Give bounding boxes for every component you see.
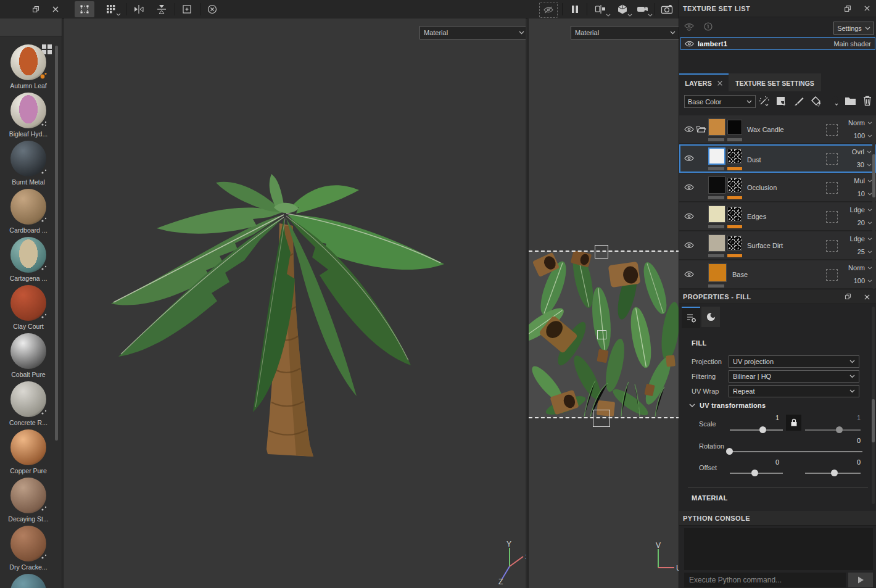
layer-visibility-toggle[interactable] [684,125,694,133]
layer-opacity-select[interactable]: 100 [854,132,872,139]
layer-opacity-select[interactable]: 10 [857,190,872,197]
view-3d-button[interactable] [613,1,632,17]
layer-content-thumbnail[interactable] [708,205,725,223]
add-paint-layer-button[interactable] [793,95,805,107]
shelf-item-material[interactable]: Burnt Metal [0,141,57,186]
layer-mask-thumbnail[interactable] [727,207,742,222]
blend-mode-select[interactable]: Ldge [850,206,872,213]
material-thumbnail[interactable] [10,93,46,128]
mirror-vertical-button[interactable] [152,1,171,17]
properties-scrollbar[interactable] [872,307,875,504]
layer-anchor-slot[interactable] [826,182,838,194]
texture-set-list-float-button[interactable] [843,4,852,13]
blend-mode-select[interactable]: Mul [854,177,872,184]
layer-content-thumbnail[interactable] [708,176,725,194]
offset-y-value[interactable]: 0 [847,458,861,466]
mirror-horizontal-button[interactable] [129,1,149,17]
shelf-item-material[interactable] [0,574,57,588]
shelf-float-button[interactable] [28,1,43,17]
add-fill-layer-button[interactable] [775,96,788,107]
shelf-item-material[interactable]: Autumn Leaf [0,44,57,89]
properties-float-button[interactable] [844,292,852,300]
blend-mode-select[interactable]: Norm [848,264,872,271]
layer-visibility-toggle[interactable] [684,183,694,191]
shelf-item-material[interactable]: Decaying St... [0,478,57,523]
properties-tab-mask[interactable] [701,307,720,327]
tab-layers[interactable]: LAYERS [679,73,729,91]
layer-content-thumbnail[interactable] [708,147,725,165]
layers-scrollbar[interactable] [872,117,875,289]
material-thumbnail[interactable] [10,381,46,417]
layer-anchor-slot[interactable] [826,269,838,281]
scale-y-slider[interactable] [805,429,861,431]
scale-x-value[interactable]: 1 [766,414,779,421]
layer-content-thumbnail[interactable] [708,263,727,282]
folder-open-icon[interactable] [696,125,706,133]
shelf-close-button[interactable] [48,1,63,17]
python-command-input[interactable] [684,573,846,587]
shelf-item-material[interactable]: Dry Cracke... [0,526,57,571]
shelf-item-material[interactable]: Bigleaf Hyd... [0,93,57,138]
material-thumbnail[interactable] [10,44,46,80]
tiling-tool-button[interactable] [101,1,122,17]
material-thumbnail[interactable] [10,526,46,561]
offset-y-slider[interactable] [805,473,861,474]
uv-manipulator-center-handle[interactable] [597,330,606,339]
layer-anchor-slot[interactable] [826,240,838,252]
scale-x-slider[interactable] [730,429,783,431]
rotation-value[interactable]: 0 [847,437,861,444]
shelf-item-material[interactable]: Concrete R... [0,381,57,426]
camera-view-button[interactable] [634,1,652,17]
offset-x-value[interactable]: 0 [766,458,779,466]
filtering-select[interactable]: Bilinear | HQ [729,370,859,383]
layer-content-thumbnail[interactable] [708,234,725,252]
add-group-button[interactable] [845,96,856,106]
material-mode-select-3d[interactable]: Material [419,26,526,39]
layer-visibility-toggle[interactable] [684,241,694,249]
layer-opacity-select[interactable]: 30 [857,161,872,168]
reset-history-button[interactable] [202,1,222,17]
material-thumbnail[interactable] [10,189,46,225]
layer-visibility-toggle[interactable] [684,154,694,162]
fill-tool-button[interactable] [810,96,822,107]
python-console-output[interactable] [684,528,873,570]
uv-transformations-toggle[interactable]: UV transformations [689,402,766,409]
layer-mask-thumbnail[interactable] [727,149,742,164]
blend-mode-select[interactable]: Norm [848,119,872,126]
delete-layer-button[interactable] [862,95,872,106]
scale-lock-button[interactable] [786,415,801,431]
material-mode-select-2d[interactable]: Material [571,26,680,39]
layer-row-dust[interactable]: Dust Ovrl 30 [679,144,876,173]
shelf-item-material[interactable]: Clay Court [0,285,57,330]
transform-tool-button[interactable] [75,1,94,17]
add-effect-button[interactable] [758,96,770,107]
viewport-2d[interactable]: Material [527,19,680,588]
layer-opacity-select[interactable]: 20 [857,219,872,226]
layer-row-edges[interactable]: Edges Ldge 20 [679,202,876,231]
layer-visibility-toggle[interactable] [684,270,694,278]
view-split-button[interactable] [591,1,611,17]
layer-content-thumbnail[interactable] [708,118,725,136]
layer-mask-thumbnail[interactable] [727,236,742,251]
layer-row-surface-dirt[interactable]: Surface Dirt Ldge 25 [679,231,876,260]
layer-row-wax-candle[interactable]: Wax Candle Norm 100 [679,115,876,144]
shelf-filter-bar[interactable] [0,19,62,36]
add-frame-button[interactable] [177,1,197,17]
solo-visibility-button[interactable] [703,22,713,31]
shelf-scrollbar[interactable] [55,46,58,441]
layer-opacity-select[interactable]: 100 [854,277,872,284]
layer-row-base[interactable]: Base Norm 100 [679,260,876,289]
tab-texture-set-settings[interactable]: TEXTURE SET SETTINGS [729,73,821,91]
offset-x-slider[interactable] [730,473,783,474]
uv-manipulator-top-handle[interactable] [595,245,608,259]
texture-set-settings-button[interactable]: Settings [833,22,874,35]
layer-row-occlusion[interactable]: Occlusion Mul 10 [679,173,876,202]
properties-tab-parameters[interactable] [682,307,700,328]
shelf-item-material[interactable]: Cardboard ... [0,189,57,234]
shelf-item-material[interactable]: Copper Pure [0,429,57,474]
visibility-disabled-button[interactable] [539,2,558,18]
python-run-button[interactable] [848,573,873,587]
layer-anchor-slot[interactable] [826,211,838,223]
close-icon[interactable] [717,80,723,86]
layer-anchor-slot[interactable] [826,124,838,136]
